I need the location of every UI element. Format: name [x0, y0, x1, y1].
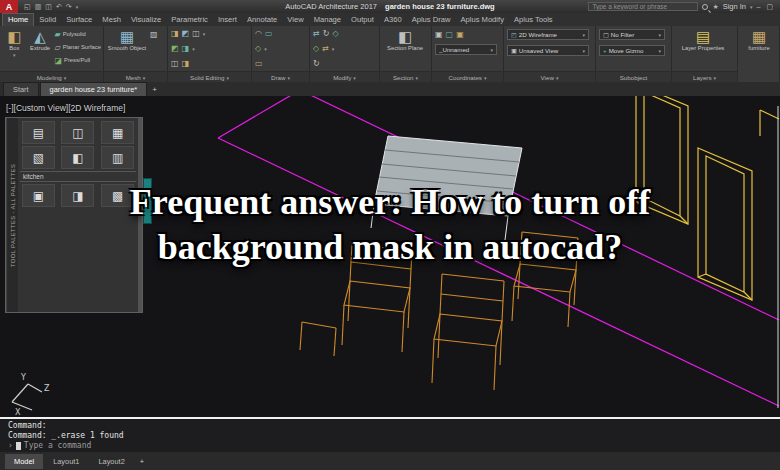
- extrude-button[interactable]: ◭ Extrude: [29, 28, 52, 52]
- visual-style-combo[interactable]: ◰ 2D Wireframe: [507, 29, 589, 40]
- ucs-3point-icon[interactable]: ▣: [456, 30, 464, 39]
- window-buttons[interactable]: – ▢: [757, 3, 775, 11]
- favorites-star-icon[interactable]: ★: [712, 3, 718, 11]
- ribbon-tab-visualize[interactable]: Visualize: [126, 14, 166, 26]
- draw-rect-icon[interactable]: ▭: [265, 29, 273, 38]
- search-input[interactable]: [588, 2, 698, 11]
- smooth-object-button[interactable]: ▦ Smooth Object: [107, 28, 147, 52]
- command-input-row[interactable]: › Type a command: [8, 441, 780, 451]
- sign-in-link[interactable]: Sign In: [723, 2, 746, 11]
- modify-rotate-icon[interactable]: ↻: [323, 29, 330, 38]
- ribbon-tab-insert[interactable]: Insert: [213, 14, 242, 26]
- ribbon-tab-view[interactable]: View: [282, 14, 308, 26]
- new-document-button[interactable]: +: [148, 85, 161, 96]
- open-icon[interactable]: ◱: [24, 0, 31, 13]
- chevron-down-icon: [226, 74, 229, 81]
- no-filter-combo[interactable]: ▢ No Filter: [599, 29, 665, 40]
- search-icon[interactable]: [702, 4, 708, 10]
- panel-label-solid-editing[interactable]: Solid Editing: [168, 71, 251, 82]
- planar-surface-button[interactable]: ▱ Planar Surface: [54, 41, 101, 53]
- ucs-name-combo[interactable]: _Unnamed: [435, 44, 497, 55]
- layout1-tab[interactable]: Layout1: [44, 454, 88, 469]
- ucs-origin-icon[interactable]: ▢: [446, 30, 454, 39]
- solid-separate-icon[interactable]: ◫: [171, 59, 179, 68]
- layout2-tab[interactable]: Layout2: [89, 454, 133, 469]
- solid-shell-icon[interactable]: ◨: [182, 59, 190, 68]
- press-pull-button[interactable]: ◪ Press/Pull: [54, 54, 101, 66]
- panel-label-modeling[interactable]: Modeling: [0, 71, 103, 82]
- panel-label-coordinates[interactable]: Coordinates: [432, 71, 503, 82]
- solid-fillet-icon[interactable]: ◩: [171, 44, 179, 53]
- panel-label-view[interactable]: View: [504, 71, 595, 82]
- solid-union-icon[interactable]: ◨: [171, 29, 179, 38]
- chevron-down-icon: [582, 31, 585, 38]
- ribbon-tab-surface[interactable]: Surface: [61, 14, 97, 26]
- press-pull-icon: ◪: [54, 56, 62, 65]
- ribbon-tab-parametric[interactable]: Parametric: [166, 14, 213, 26]
- furniture-block-button[interactable]: ▦ furniture: [741, 28, 777, 52]
- sign-in-dropdown-icon[interactable]: [750, 2, 753, 11]
- ribbon-tab-aplus-modify[interactable]: Aplus Modify: [455, 14, 508, 26]
- extrude-label: Extrude: [30, 45, 50, 52]
- move-gizmo-combo[interactable]: + Move Gizmo: [599, 45, 665, 56]
- panel-mesh: ▦ Smooth Object ▨ Mesh: [104, 26, 168, 82]
- new-layout-button[interactable]: +: [135, 454, 149, 469]
- section-plane-button[interactable]: ◧ Section Plane: [383, 28, 427, 52]
- palette-item[interactable]: ◧: [61, 146, 94, 169]
- draw-hatch-icon[interactable]: ▭: [255, 59, 263, 68]
- ucs-world-icon[interactable]: ▣: [435, 30, 443, 39]
- palette-item[interactable]: ▤: [22, 121, 55, 144]
- ribbon-tab-manage[interactable]: Manage: [309, 14, 346, 26]
- model-tab[interactable]: Model: [5, 454, 43, 469]
- draw-line-icon[interactable]: ◠: [255, 29, 262, 38]
- ribbon-tab-a360[interactable]: A360: [379, 14, 407, 26]
- palette-item[interactable]: ▧: [22, 146, 55, 169]
- solid-taper-icon[interactable]: ◨: [182, 44, 190, 53]
- app-title: AutoCAD Architecture 2017: [285, 2, 377, 11]
- overlay-headline-line2: background mask in autocad?: [0, 225, 780, 270]
- ribbon-tab-output[interactable]: Output: [346, 14, 379, 26]
- modify-move-icon[interactable]: ⇄: [313, 29, 320, 38]
- modify-erase-icon[interactable]: ↻: [313, 59, 320, 68]
- modify-mirror-icon[interactable]: ⇄: [322, 44, 329, 53]
- draw-circle-icon[interactable]: ◇: [255, 44, 261, 53]
- app-menu-button[interactable]: A: [0, 0, 18, 13]
- ribbon-tab-aplus-draw[interactable]: Aplus Draw: [407, 14, 456, 26]
- redo-icon[interactable]: ↷: [66, 0, 72, 13]
- modify-copy-icon[interactable]: ◇: [313, 44, 319, 53]
- ribbon-tab-mesh[interactable]: Mesh: [97, 14, 126, 26]
- saved-view-combo[interactable]: ▣ Unsaved View: [507, 45, 589, 56]
- palette-item[interactable]: ▥: [101, 146, 134, 169]
- undo-icon[interactable]: ↶: [56, 0, 62, 13]
- polysolid-button[interactable]: ▰ Polysolid: [54, 28, 101, 40]
- panel-label-section[interactable]: Section: [380, 71, 431, 82]
- panel-label-layers[interactable]: Layers: [672, 71, 737, 82]
- panel-label-draw[interactable]: Draw: [252, 71, 309, 82]
- viewport-controls[interactable]: [-][Custom View][2D Wireframe]: [6, 103, 125, 113]
- solid-intersect-icon[interactable]: ◫: [192, 29, 200, 38]
- ribbon-tab-solid[interactable]: Solid: [34, 14, 61, 26]
- ribbon-tab-annotate[interactable]: Annotate: [242, 14, 282, 26]
- qat-dropdown-icon[interactable]: [76, 0, 79, 14]
- panel-label-mesh[interactable]: Mesh: [104, 71, 167, 82]
- doc-tab-garden-house[interactable]: garden house 23 furniture*: [40, 82, 148, 96]
- solid-subtract-icon[interactable]: ◩: [182, 29, 190, 38]
- drawing-viewport[interactable]: Y Z X [-][Custom View][2D Wireframe] TOO…: [0, 96, 780, 417]
- panel-label-text: Mesh: [126, 74, 141, 81]
- mesh-tool-icon[interactable]: ▨: [150, 30, 158, 39]
- ribbon-tab-aplus-tools[interactable]: Aplus Tools: [509, 14, 558, 26]
- doc-tab-start[interactable]: Start: [3, 82, 39, 96]
- print-icon[interactable]: ◫: [45, 0, 52, 13]
- saved-view-value: Unsaved View: [519, 47, 581, 54]
- panel-label-subobject[interactable]: Subobject: [596, 71, 671, 82]
- panel-label-modify[interactable]: Modify: [310, 71, 379, 82]
- ribbon-tab-home[interactable]: Home: [2, 13, 34, 26]
- command-line-window[interactable]: Command: Command: _.erase 1 found › Type…: [0, 417, 780, 452]
- palette-item[interactable]: ▦: [101, 121, 134, 144]
- command-prompt-icon: ›: [8, 441, 13, 451]
- layer-properties-button[interactable]: ▤ Layer Properties: [675, 28, 731, 52]
- palette-item[interactable]: ◫: [61, 121, 94, 144]
- box-button[interactable]: ◧ Box: [3, 28, 26, 58]
- modify-scale-icon[interactable]: ◇: [332, 29, 338, 38]
- save-icon[interactable]: ▥: [35, 0, 42, 13]
